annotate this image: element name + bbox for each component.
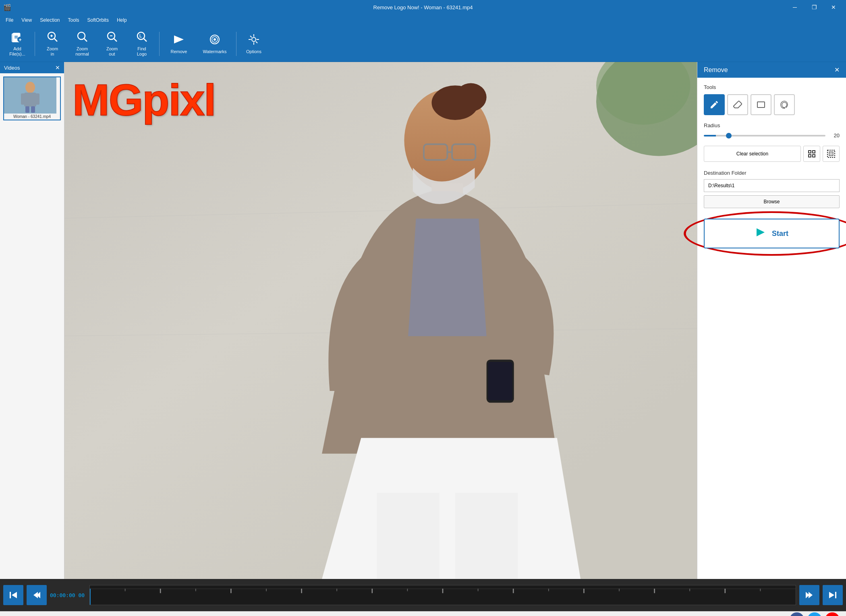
titlebar: 🎬 Remove Logo Now! - Woman - 63241.mp4 ─… — [0, 0, 846, 14]
destination-input[interactable] — [704, 179, 840, 192]
tool-brush-button[interactable] — [704, 94, 725, 115]
svg-rect-52 — [757, 102, 765, 107]
prev-frame-button[interactable] — [27, 585, 47, 605]
svg-point-41 — [455, 83, 487, 112]
menubar: File View Selection Tools SoftOrbits Hel… — [0, 14, 846, 26]
svg-marker-62 — [12, 592, 17, 598]
background-svg — [64, 62, 697, 579]
menu-item-tools[interactable]: Tools — [64, 16, 83, 25]
remove-button[interactable]: Remove — [163, 28, 195, 60]
menu-item-selection[interactable]: Selection — [36, 16, 64, 25]
restore-button[interactable]: ❐ — [805, 0, 823, 14]
svg-line-9 — [54, 39, 57, 41]
select-all-button[interactable] — [823, 146, 840, 162]
svg-rect-31 — [24, 93, 36, 107]
start-label: Start — [772, 229, 788, 238]
svg-rect-44 — [488, 362, 512, 400]
radius-slider[interactable] — [704, 135, 825, 136]
sidebar-title: Videos — [4, 65, 20, 71]
app-icon: 🎬 — [3, 4, 11, 11]
next-frame-button[interactable] — [799, 585, 819, 605]
svg-rect-34 — [25, 106, 29, 113]
radius-label: Radius — [704, 122, 840, 128]
facebook-button[interactable]: f — [790, 612, 804, 616]
tool-eraser-button[interactable] — [727, 94, 748, 115]
svg-rect-32 — [21, 93, 26, 105]
svg-line-11 — [84, 39, 87, 41]
titlebar-left: 🎬 — [3, 4, 11, 11]
svg-point-22 — [252, 37, 256, 41]
options-button[interactable]: Options — [240, 28, 268, 60]
svg-rect-90 — [835, 592, 836, 598]
add-files-icon: + — [11, 31, 23, 45]
logo-text: MGpixl — [73, 75, 216, 124]
svg-rect-57 — [813, 155, 815, 157]
menu-item-softorbits[interactable]: SoftOrbits — [83, 16, 113, 25]
svg-line-16 — [144, 39, 147, 41]
zoom-out-button[interactable]: Zoomout — [98, 28, 126, 60]
menu-item-view[interactable]: View — [17, 16, 36, 25]
toolbar: + AddFile(s)... Zoomin Zoomnormal Zoomou… — [0, 26, 846, 62]
svg-line-14 — [114, 39, 117, 41]
zoom-normal-label: Zoomnormal — [75, 46, 89, 57]
zoom-in-label: Zoomin — [47, 46, 58, 57]
svg-rect-61 — [10, 592, 11, 598]
youtube-button[interactable]: ▶ — [825, 612, 840, 616]
right-panel-close-button[interactable]: ✕ — [834, 66, 840, 74]
sidebar-header: Videos ✕ — [0, 62, 64, 73]
timeline-track[interactable] — [89, 585, 796, 605]
timeline: 00:00:00 00 — [0, 579, 846, 611]
svg-rect-33 — [35, 93, 39, 105]
tool-lasso-button[interactable] — [774, 94, 795, 115]
browse-button[interactable]: Browse — [704, 195, 840, 208]
close-button[interactable]: ✕ — [824, 0, 843, 14]
svg-rect-49 — [455, 493, 518, 579]
svg-point-30 — [25, 82, 35, 93]
menu-item-file[interactable]: File — [2, 16, 17, 25]
svg-point-21 — [214, 38, 216, 41]
find-logo-button[interactable]: L FindLogo — [128, 28, 156, 60]
toolbar-separator-1 — [35, 32, 35, 56]
right-panel: Remove ✕ Tools Radius — [697, 62, 846, 579]
tool-rect-button[interactable] — [751, 94, 771, 115]
titlebar-controls: ─ ❐ ✕ — [786, 0, 843, 14]
svg-text:L: L — [139, 34, 142, 38]
skip-end-button[interactable] — [823, 585, 843, 605]
start-button[interactable]: Start — [704, 219, 840, 248]
thumb-svg — [4, 77, 56, 114]
statusbar-right: f 🐦 ▶ — [790, 612, 840, 616]
menu-item-help[interactable]: Help — [113, 16, 131, 25]
tools-row — [704, 94, 840, 115]
tools-section-label: Tools — [704, 84, 840, 90]
svg-marker-89 — [829, 592, 834, 598]
skip-start-button[interactable] — [3, 585, 23, 605]
svg-point-10 — [78, 32, 85, 39]
svg-rect-35 — [31, 106, 35, 113]
svg-line-27 — [250, 36, 252, 37]
zoom-in-button[interactable]: Zoomin — [38, 28, 66, 60]
minimize-button[interactable]: ─ — [786, 0, 804, 14]
svg-line-28 — [256, 41, 257, 43]
zoom-normal-button[interactable]: Zoomnormal — [68, 28, 96, 60]
video-thumbnail[interactable]: Woman - 63241.mp4 — [3, 76, 61, 120]
start-wrapper: Start — [704, 219, 840, 248]
start-arrow-icon — [755, 227, 766, 240]
svg-rect-59 — [829, 152, 833, 156]
add-files-label: AddFile(s)... — [9, 46, 25, 57]
svg-marker-60 — [757, 228, 765, 236]
svg-marker-88 — [809, 592, 813, 598]
svg-text:+: + — [19, 37, 21, 43]
clear-selection-button[interactable]: Clear selection — [704, 146, 801, 162]
right-panel-title: Remove — [704, 66, 728, 74]
sidebar-close-button[interactable]: ✕ — [55, 64, 60, 71]
twitter-button[interactable]: 🐦 — [807, 612, 822, 616]
preview-area: MGpixl ◀ ▶ — [64, 62, 697, 579]
svg-point-53 — [784, 107, 785, 109]
logo-overlay: MGpixl — [73, 74, 216, 125]
find-logo-label: FindLogo — [137, 46, 147, 57]
right-panel-body: Tools Radius 20 — [697, 78, 846, 579]
zoom-normal-icon — [76, 31, 88, 45]
add-files-button[interactable]: + AddFile(s)... — [3, 28, 31, 60]
fit-selection-button[interactable] — [803, 146, 820, 162]
watermarks-button[interactable]: Watermarks — [197, 28, 233, 60]
